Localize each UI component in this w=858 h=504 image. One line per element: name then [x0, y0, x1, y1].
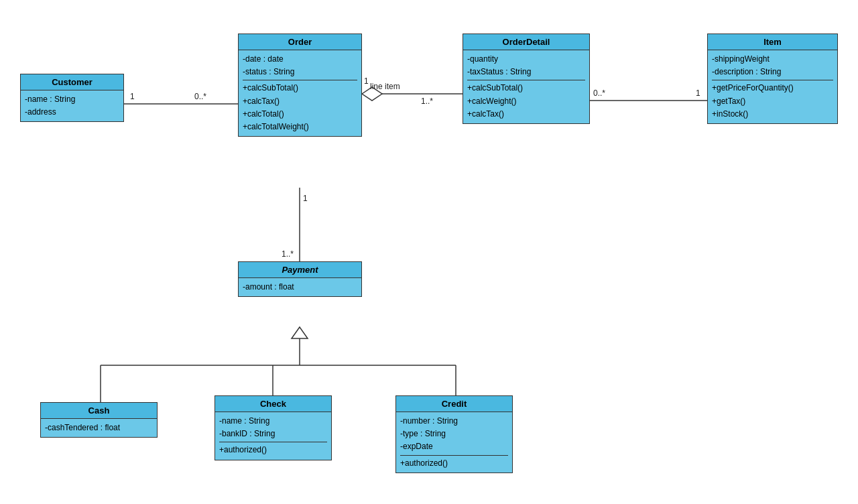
- svg-text:1..*: 1..*: [282, 249, 294, 259]
- item-attr-1: -shippingWeight: [712, 53, 833, 66]
- credit-method-1: +authorized(): [400, 457, 508, 470]
- cash-body: -cashTendered : float: [41, 419, 157, 437]
- payment-attr-1: -amount : float: [243, 281, 357, 294]
- item-method-3: +inStock(): [712, 108, 833, 121]
- diagram-container: 1 0..* 1 line item 1..* 0..* 1 1 1..*: [0, 0, 858, 504]
- order-attr-1: -date : date: [243, 53, 357, 66]
- order-attr-2: -status : String: [243, 66, 357, 78]
- check-class: Check -name : String -bankID : String +a…: [214, 395, 332, 460]
- payment-class: Payment -amount : float: [238, 261, 362, 297]
- orderdetail-method-1: +calcSubTotal(): [467, 82, 585, 94]
- orderdetail-attr-1: -quantity: [467, 53, 585, 66]
- customer-header: Customer: [21, 74, 123, 90]
- cash-attr-1: -cashTendered : float: [45, 422, 153, 434]
- check-name: Check: [260, 399, 286, 409]
- check-method-1: +authorized(): [219, 444, 327, 456]
- check-header: Check: [215, 396, 331, 412]
- item-name: Item: [763, 37, 782, 47]
- customer-attr-1: -name : String: [25, 93, 119, 106]
- orderdetail-body: -quantity -taxStatus : String +calcSubTo…: [463, 50, 589, 123]
- orderdetail-name: OrderDetail: [503, 37, 550, 47]
- item-attr-2: -description : String: [712, 66, 833, 78]
- order-method-3: +calcTotal(): [243, 108, 357, 121]
- item-body: -shippingWeight -description : String +g…: [708, 50, 837, 123]
- order-header: Order: [239, 34, 361, 50]
- customer-name: Customer: [52, 77, 93, 87]
- svg-marker-14: [292, 327, 308, 338]
- orderdetail-class: OrderDetail -quantity -taxStatus : Strin…: [463, 34, 590, 124]
- item-class: Item -shippingWeight -description : Stri…: [707, 34, 838, 124]
- customer-body: -name : String -address: [21, 90, 123, 121]
- order-body: -date : date -status : String +calcSubTo…: [239, 50, 361, 136]
- check-attr-1: -name : String: [219, 415, 327, 428]
- svg-text:1: 1: [130, 92, 135, 101]
- svg-marker-3: [362, 87, 382, 101]
- svg-text:1: 1: [364, 76, 369, 86]
- svg-text:1..*: 1..*: [421, 97, 433, 106]
- credit-name: Credit: [442, 399, 467, 409]
- payment-header: Payment: [239, 262, 361, 278]
- item-header: Item: [708, 34, 837, 50]
- order-method-2: +calcTax(): [243, 95, 357, 108]
- customer-attr-2: -address: [25, 106, 119, 119]
- svg-text:0..*: 0..*: [593, 88, 605, 98]
- orderdetail-method-2: +calcWeight(): [467, 95, 585, 108]
- svg-text:1: 1: [696, 88, 700, 98]
- svg-text:0..*: 0..*: [194, 92, 206, 101]
- credit-attr-1: -number : String: [400, 415, 508, 428]
- orderdetail-method-3: +calcTax(): [467, 108, 585, 121]
- credit-attr-2: -type : String: [400, 428, 508, 440]
- order-class: Order -date : date -status : String +cal…: [238, 34, 362, 137]
- item-method-1: +getPriceForQuantity(): [712, 82, 833, 94]
- check-body: -name : String -bankID : String +authori…: [215, 412, 331, 460]
- credit-class: Credit -number : String -type : String -…: [395, 395, 513, 473]
- cash-class: Cash -cashTendered : float: [40, 402, 158, 438]
- payment-body: -amount : float: [239, 278, 361, 296]
- svg-text:line item: line item: [370, 82, 400, 91]
- order-method-4: +calcTotalWeight(): [243, 121, 357, 133]
- orderdetail-attr-2: -taxStatus : String: [467, 66, 585, 78]
- credit-attr-3: -expDate: [400, 440, 508, 453]
- customer-class: Customer -name : String -address: [20, 74, 124, 122]
- item-method-2: +getTax(): [712, 95, 833, 108]
- svg-text:1: 1: [303, 194, 308, 203]
- cash-name: Cash: [88, 405, 110, 416]
- credit-body: -number : String -type : String -expDate…: [396, 412, 512, 472]
- order-name: Order: [288, 37, 312, 47]
- credit-header: Credit: [396, 396, 512, 412]
- order-method-1: +calcSubTotal(): [243, 82, 357, 94]
- orderdetail-header: OrderDetail: [463, 34, 589, 50]
- payment-name: Payment: [282, 265, 318, 275]
- check-attr-2: -bankID : String: [219, 428, 327, 440]
- cash-header: Cash: [41, 403, 157, 419]
